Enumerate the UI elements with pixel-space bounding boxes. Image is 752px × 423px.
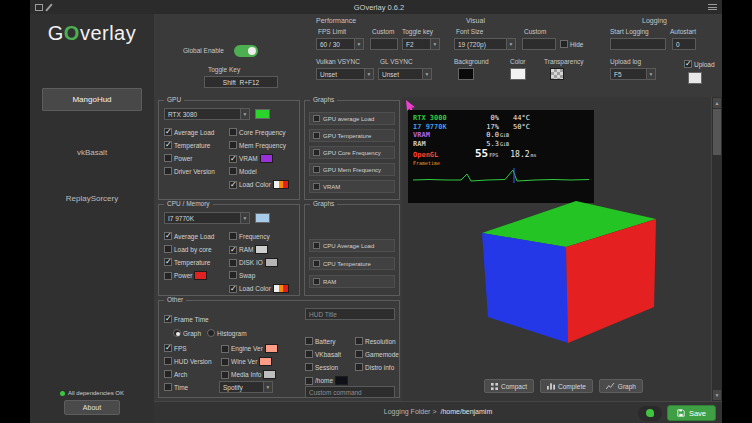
scroll-down-icon[interactable]: ▼ (713, 390, 721, 400)
cpu-color-swatch[interactable] (255, 213, 270, 223)
resolution-checkbox[interactable]: Resolution (355, 337, 396, 345)
wine-ver-swatch[interactable] (259, 357, 272, 366)
media-info-checkbox[interactable]: Media Info (221, 370, 276, 379)
gpu-checkbox-load-color[interactable]: Load Color (229, 180, 289, 189)
graph-gpu-average-load[interactable]: GPU average Load (309, 112, 395, 125)
sidebar-item-vkbasalt[interactable]: vkBasalt (42, 142, 142, 163)
load-color-bar[interactable] (273, 180, 289, 189)
graph-gpu-temperature[interactable]: GPU Temperature (309, 129, 395, 142)
checkbox-icon (229, 181, 237, 189)
custom-font-size-input[interactable] (522, 38, 556, 50)
gpu-color-swatch[interactable] (255, 109, 270, 119)
font-size-select[interactable]: 19 (720p)▾ (454, 38, 516, 50)
gpu-checkbox-driver-version[interactable]: Driver Version (164, 167, 215, 175)
gl-vsync-select[interactable]: Unset▾ (378, 68, 432, 80)
fps-checkbox[interactable]: FPS (164, 344, 187, 352)
ram-color-swatch[interactable] (255, 245, 268, 254)
frame-time-checkbox[interactable]: Frame Time (164, 315, 209, 323)
media-info-swatch[interactable] (263, 370, 276, 379)
compact-button[interactable]: Compact (484, 379, 534, 393)
scroll-up-icon[interactable]: ▲ (713, 98, 721, 108)
cpu-checkbox-disk-io[interactable]: DISK IO (229, 258, 278, 267)
cpu-checkbox-frequency[interactable]: Frequency (229, 232, 270, 240)
gpu-checkbox-vram[interactable]: VRAM (229, 154, 273, 163)
home-checkbox[interactable]: /home (305, 376, 348, 385)
custom-command-input[interactable] (305, 386, 395, 398)
gpu-checkbox-core-frequency[interactable]: Core Frequency (229, 128, 286, 136)
graph-mode-button[interactable]: Graph (599, 379, 643, 393)
tray-status-button[interactable] (638, 406, 662, 421)
wine-ver-checkbox[interactable]: Wine Ver (221, 357, 272, 366)
gamemode-checkbox[interactable]: Gamemode (355, 350, 399, 358)
cpu-checkbox-power[interactable]: Power (164, 271, 207, 280)
disk-io-color-swatch[interactable] (265, 258, 278, 267)
gpu-group: GPU RTX 3080▾ Average Load Temperature P… (158, 100, 300, 200)
vram-color-swatch[interactable] (260, 154, 273, 163)
window-icon[interactable] (35, 4, 43, 11)
vkbasalt-checkbox[interactable]: VKbasalt (305, 350, 341, 358)
fps-limit-select[interactable]: 60 / 30▾ (316, 38, 364, 50)
vertical-scrollbar[interactable]: ▲ ▼ (711, 97, 722, 401)
hud-version-checkbox[interactable]: HUD Version (164, 357, 212, 365)
gpu-checkbox-power[interactable]: Power (164, 154, 192, 162)
logging-folder[interactable]: Logging Folder >/home/benjamim (154, 408, 722, 415)
gpu-checkbox-model[interactable]: Model (229, 167, 257, 175)
arch-checkbox[interactable]: Arch (164, 370, 187, 378)
text-color-swatch[interactable] (510, 68, 526, 80)
sidebar-item-replaysorcery[interactable]: ReplaySorcery (42, 188, 142, 209)
cpu-checkbox-swap[interactable]: Swap (229, 271, 255, 279)
engine-ver-checkbox[interactable]: Engine Ver (221, 344, 278, 353)
save-button[interactable]: Save (667, 405, 716, 421)
graph-cpu-ram[interactable]: RAM (309, 275, 395, 288)
gpu-checkbox-average-load[interactable]: Average Load (164, 128, 214, 136)
global-enable-toggle[interactable] (234, 45, 258, 57)
menu-icon[interactable] (708, 4, 717, 10)
about-button[interactable]: About (64, 400, 120, 415)
upload-checkbox[interactable]: Upload (684, 60, 715, 68)
cpu-checkbox-ram[interactable]: RAM (229, 245, 268, 254)
graph-gpu-core-frequency[interactable]: GPU Core Frequency (309, 146, 395, 159)
perf-toggle-key-select[interactable]: F2▾ (402, 38, 440, 50)
histogram-radio[interactable]: Histogram (207, 329, 247, 337)
distro-info-checkbox[interactable]: Distro info (355, 363, 394, 371)
power-color-swatch[interactable] (194, 271, 207, 280)
graph-radio[interactable]: Graph (173, 329, 201, 337)
transparency-button[interactable] (550, 68, 564, 80)
battery-checkbox[interactable]: Battery (305, 337, 336, 345)
cpu-checkbox-temperature[interactable]: Temperature (164, 258, 211, 266)
toggle-key-input[interactable] (204, 76, 278, 88)
graph-cpu-average-load[interactable]: CPU Average Load (309, 239, 395, 252)
cpu-device-select[interactable]: I7 9770K▾ (164, 212, 250, 224)
autostart-input[interactable] (672, 38, 696, 50)
sidebar-item-mangohud[interactable]: MangoHud (42, 88, 142, 111)
vulkan-vsync-select[interactable]: Unset▾ (316, 68, 374, 80)
graph-gpu-vram[interactable]: VRAM (309, 180, 395, 193)
background-color-swatch[interactable] (458, 68, 474, 80)
edit-icon[interactable] (45, 3, 52, 11)
graph-cpu-temperature[interactable]: CPU Temperature (309, 257, 395, 270)
cpu-group: CPU / Memory I7 9770K▾ Average Load Load… (158, 204, 300, 296)
engine-ver-swatch[interactable] (265, 344, 278, 353)
cpu-checkbox-load-by-core[interactable]: Load by core (164, 245, 212, 253)
hide-checkbox[interactable]: Hide (560, 40, 583, 48)
graph-gpu-mem-frequency[interactable]: GPU Mem Frequency (309, 163, 395, 176)
time-checkbox[interactable]: Time (164, 383, 188, 391)
upload-log-select[interactable]: F5▾ (610, 68, 656, 80)
hud-title-input[interactable] (305, 308, 395, 320)
custom-fps-input[interactable] (370, 38, 398, 50)
complete-button[interactable]: Complete (540, 379, 593, 393)
gpu-checkbox-mem-frequency[interactable]: Mem Frequency (229, 141, 286, 149)
preview-mode-buttons: Compact Complete Graph (484, 379, 643, 393)
cpu-checkbox-load-color[interactable]: Load Color (229, 284, 289, 293)
start-logging-input[interactable] (610, 38, 666, 50)
load-color-bar[interactable] (273, 284, 289, 293)
cpu-checkbox-average-load[interactable]: Average Load (164, 232, 214, 240)
gpu-device-select[interactable]: RTX 3080▾ (164, 108, 250, 120)
radio-label: Graph (183, 330, 201, 337)
gpu-checkbox-temperature[interactable]: Temperature (164, 141, 211, 149)
home-swatch[interactable] (335, 376, 348, 385)
media-player-select[interactable]: Spotify▾ (219, 381, 273, 393)
scrollbar-thumb[interactable] (713, 109, 721, 155)
session-checkbox[interactable]: Session (305, 363, 338, 371)
upload-color-swatch[interactable] (688, 72, 702, 84)
